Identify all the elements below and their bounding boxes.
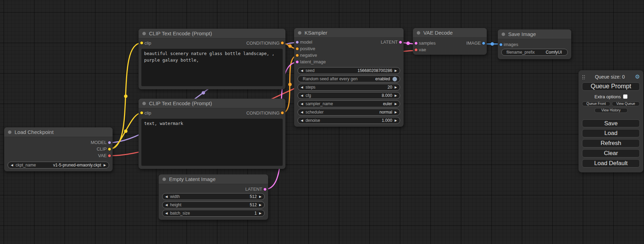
node-empty-latent-image[interactable]: Empty Latent Image LATENT ◀ width 512 ▶ …: [159, 174, 268, 220]
load-button[interactable]: Load: [582, 129, 640, 137]
node-ksampler[interactable]: KSampler model LATENT positive negative …: [294, 28, 404, 127]
decrement-arrow-icon[interactable]: ◀: [301, 102, 303, 106]
output-port-model[interactable]: [108, 141, 111, 144]
node-vae-decode[interactable]: VAE Decode samples IMAGE vae: [413, 28, 487, 55]
output-port-vae[interactable]: [108, 154, 111, 157]
collapse-dot[interactable]: [8, 130, 11, 134]
output-port-conditioning[interactable]: [281, 111, 284, 115]
collapse-dot[interactable]: [417, 31, 420, 35]
increment-arrow-icon[interactable]: ▶: [395, 94, 397, 97]
node-title-bar[interactable]: CLIP Text Encode (Prompt): [139, 99, 285, 108]
denoise-widget[interactable]: ◀ denoise 1.000 ▶: [298, 117, 400, 124]
cfg-widget[interactable]: ◀ cfg 8.000 ▶: [298, 92, 400, 99]
view-history-button[interactable]: View History: [594, 108, 628, 113]
input-port-clip[interactable]: [140, 111, 143, 115]
output-label: VAE: [98, 153, 107, 158]
refresh-button[interactable]: Refresh: [582, 139, 640, 147]
output-port-clip[interactable]: [108, 147, 111, 151]
input-port-samples[interactable]: [414, 42, 418, 45]
increment-arrow-icon[interactable]: ▶: [259, 195, 262, 198]
node-title-bar[interactable]: Save Image: [498, 29, 571, 39]
input-label: clip: [144, 110, 151, 116]
widget-value: 1: [254, 211, 257, 216]
node-title: KSampler: [305, 30, 327, 36]
input-port-clip[interactable]: [140, 41, 143, 45]
collapse-dot[interactable]: [162, 178, 166, 181]
view-queue-button[interactable]: View Queue: [612, 101, 640, 106]
decrement-arrow-icon[interactable]: ◀: [301, 69, 303, 72]
widget-label: sampler_name: [306, 101, 333, 106]
input-port-images[interactable]: [499, 43, 503, 46]
increment-arrow-icon[interactable]: ▶: [104, 164, 106, 167]
node-title-bar[interactable]: VAE Decode: [413, 28, 487, 38]
input-port-model[interactable]: [295, 40, 299, 44]
node-title-bar[interactable]: Empty Latent Image: [159, 174, 268, 184]
decrement-arrow-icon[interactable]: ◀: [165, 204, 168, 207]
increment-arrow-icon[interactable]: ▶: [395, 86, 397, 89]
filename-prefix-widget[interactable]: filename_prefix ComfyUI: [501, 49, 568, 56]
width-widget[interactable]: ◀ width 512 ▶: [162, 193, 265, 200]
decrement-arrow-icon[interactable]: ◀: [11, 164, 13, 167]
increment-arrow-icon[interactable]: ▶: [395, 102, 397, 106]
node-title: VAE Decode: [423, 30, 453, 36]
input-label: model: [300, 39, 312, 45]
input-port-positive[interactable]: [295, 47, 299, 51]
input-label: vae: [419, 47, 426, 52]
collapse-dot[interactable]: [142, 32, 146, 35]
input-port-vae[interactable]: [414, 48, 418, 52]
node-title-bar[interactable]: CLIP Text Encode (Prompt): [139, 29, 285, 38]
seed-widget[interactable]: ◀ seed 156680208700286 ▶: [298, 67, 400, 74]
increment-arrow-icon[interactable]: ▶: [259, 204, 262, 207]
load-default-button[interactable]: Load Default: [582, 159, 640, 168]
increment-arrow-icon[interactable]: ▶: [395, 119, 397, 122]
steps-widget[interactable]: ◀ steps 20 ▶: [298, 84, 400, 91]
input-port-latent-image[interactable]: [295, 60, 299, 64]
input-port-negative[interactable]: [295, 54, 299, 57]
negative-prompt-textarea[interactable]: text, watermark: [141, 119, 283, 166]
settings-gear-icon[interactable]: ⚙: [635, 74, 640, 80]
height-widget[interactable]: ◀ height 512 ▶: [162, 201, 265, 208]
sampler-name-widget[interactable]: ◀ sampler_name euler ▶: [298, 100, 400, 107]
queue-prompt-button[interactable]: Queue Prompt: [582, 82, 640, 91]
output-port-image[interactable]: [482, 42, 485, 45]
scheduler-widget[interactable]: ◀ scheduler normal ▶: [298, 109, 400, 116]
decrement-arrow-icon[interactable]: ◀: [301, 111, 303, 114]
decrement-arrow-icon[interactable]: ◀: [301, 86, 303, 89]
increment-arrow-icon[interactable]: ▶: [395, 69, 397, 72]
positive-prompt-textarea[interactable]: beautiful scenery nature glass bottle la…: [141, 49, 283, 86]
node-clip-text-encode-negative[interactable]: CLIP Text Encode (Prompt) clip CONDITION…: [139, 99, 285, 169]
queue-front-button[interactable]: Queue Front: [582, 101, 610, 106]
batch-size-widget[interactable]: ◀ batch_size 1 ▶: [162, 210, 265, 217]
decrement-arrow-icon[interactable]: ◀: [301, 119, 303, 122]
node-clip-text-encode-positive[interactable]: CLIP Text Encode (Prompt) clip CONDITION…: [139, 29, 285, 89]
toggle-dot[interactable]: [392, 77, 397, 81]
node-title: Empty Latent Image: [169, 176, 215, 182]
extra-options-checkbox[interactable]: [623, 94, 627, 99]
widget-value: ComfyUI: [546, 50, 565, 55]
clear-button[interactable]: Clear: [582, 149, 640, 157]
node-save-image[interactable]: Save Image images filename_prefix ComfyU…: [498, 29, 571, 59]
collapse-dot[interactable]: [298, 31, 301, 35]
increment-arrow-icon[interactable]: ▶: [259, 212, 262, 215]
increment-arrow-icon[interactable]: ▶: [395, 111, 397, 114]
save-button[interactable]: Save: [582, 119, 640, 128]
node-load-checkpoint[interactable]: Load Checkpoint MODEL CLIP VAE ◀ ckpt_na…: [4, 127, 113, 171]
link-midpoint-dot: [406, 42, 410, 45]
node-title-bar[interactable]: Load Checkpoint: [4, 127, 113, 137]
collapse-dot[interactable]: [502, 33, 505, 36]
output-port-latent[interactable]: [263, 188, 267, 191]
output-port-latent[interactable]: [399, 40, 402, 44]
input-label: positive: [300, 46, 315, 51]
node-title-bar[interactable]: KSampler: [294, 28, 404, 38]
random-seed-toggle-widget[interactable]: Random seed after every gen enabled: [298, 75, 400, 82]
ckpt-name-widget[interactable]: ◀ ckpt_name v1-5-pruned-emaonly.ckpt ▶: [8, 162, 109, 169]
output-port-conditioning[interactable]: [281, 41, 284, 45]
decrement-arrow-icon[interactable]: ◀: [301, 94, 303, 97]
drag-handle[interactable]: [582, 74, 585, 79]
node-title: CLIP Text Encode (Prompt): [149, 30, 212, 36]
widget-label: filename_prefix: [506, 50, 535, 55]
input-label: images: [504, 42, 518, 47]
decrement-arrow-icon[interactable]: ◀: [165, 212, 168, 215]
collapse-dot[interactable]: [142, 102, 146, 105]
decrement-arrow-icon[interactable]: ◀: [165, 195, 168, 198]
